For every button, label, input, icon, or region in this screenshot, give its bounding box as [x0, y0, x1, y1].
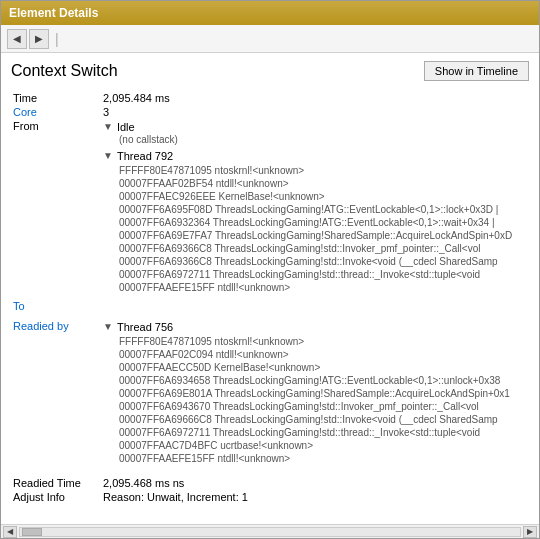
scroll-track[interactable] [19, 527, 521, 537]
horizontal-scrollbar: ◀ ▶ [1, 524, 539, 538]
show-timeline-button[interactable]: Show in Timeline [424, 61, 529, 81]
time-row: Time 2,095.484 ms [11, 91, 529, 105]
stack-entry-4: 00007FF6A695F08D ThreadsLockingGaming!AT… [119, 203, 527, 216]
rb-stack-entry-4: 00007FF6A6934658 ThreadsLockingGaming!AT… [119, 374, 527, 387]
main-scroll-area: Context Switch Show in Timeline Time 2,0… [1, 53, 539, 524]
from-value: ▼ Idle (no callstack) ▼ Thread 792 [101, 119, 529, 299]
thread756-stack: FFFFF80E47871095 ntoskrnl!<unknown> 0000… [119, 335, 527, 465]
from-label: From [11, 119, 101, 299]
title-bar: Element Details [1, 1, 539, 25]
adjust-info-label: Adjust Info [11, 490, 101, 504]
to-thread-header: ▼ Thread 792 [103, 149, 527, 163]
thread792-stack: FFFFF80E47871095 ntoskrnl!<unknown> 0000… [119, 164, 527, 294]
stack-entry-8: 00007FF6A69366C8 ThreadsLockingGaming!st… [119, 255, 527, 268]
toolbar: ◀ ▶ | [1, 25, 539, 53]
forward-icon: ▶ [35, 33, 43, 44]
stack-entry-6: 00007FF6A69E7FA7 ThreadsLockingGaming!Sh… [119, 229, 527, 242]
stack-entry-3: 00007FFAEC926EEE KernelBase!<unknown> [119, 190, 527, 203]
rb-stack-entry-7: 00007FF6A69666C8 ThreadsLockingGaming!st… [119, 413, 527, 426]
readied-by-link[interactable]: Readied by [13, 320, 69, 332]
rb-stack-entry-2: 00007FFAAF02C094 ntdll!<unknown> [119, 348, 527, 361]
stack-entry-7: 00007FF6A69366C8 ThreadsLockingGaming!st… [119, 242, 527, 255]
page-title-text: Context Switch [11, 62, 118, 80]
main-window: Element Details ◀ ▶ | Context Switch Sho… [0, 0, 540, 539]
forward-button[interactable]: ▶ [29, 29, 49, 49]
readied-time-row: Readied Time 2,095.468 ms ns [11, 476, 529, 490]
detail-table: Time 2,095.484 ms Core 3 From [11, 91, 529, 504]
rb-stack-entry-8: 00007FF6A6972711 ThreadsLockingGaming!st… [119, 426, 527, 439]
stack-entry-1: FFFFF80E47871095 ntoskrnl!<unknown> [119, 164, 527, 177]
stack-entry-10: 00007FFAAEFE15FF ntdll!<unknown> [119, 281, 527, 294]
scroll-thumb[interactable] [22, 528, 42, 536]
rb-stack-entry-10: 00007FFAAEFE15FF ntdll!<unknown> [119, 452, 527, 465]
toolbar-separator: | [55, 31, 59, 47]
readied-by-thread-section: ▼ Thread 756 FFFFF80E47871095 ntoskrnl!<… [103, 320, 527, 465]
from-row: From ▼ Idle (no callstack) ▼ [11, 119, 529, 299]
idle-label: Idle [117, 121, 135, 133]
stack-entry-5: 00007FF6A6932364 ThreadsLockingGaming!AT… [119, 216, 527, 229]
thread756-name: Thread 756 [117, 321, 173, 333]
scroll-right-button[interactable]: ▶ [523, 526, 537, 538]
core-link[interactable]: Core [13, 106, 37, 118]
from-idle-section: ▼ Idle (no callstack) [103, 120, 527, 145]
idle-callstack: (no callstack) [119, 134, 527, 145]
readied-by-row: Readied by ▼ Thread 756 FFFFF80E47871095… [11, 319, 529, 470]
scroll-left-button[interactable]: ◀ [3, 526, 17, 538]
to-thread-section: ▼ Thread 792 FFFFF80E47871095 ntoskrnl!<… [103, 149, 527, 294]
page-header: Context Switch Show in Timeline [11, 61, 529, 81]
to-link[interactable]: To [13, 300, 25, 312]
back-button[interactable]: ◀ [7, 29, 27, 49]
core-row: Core 3 [11, 105, 529, 119]
time-label: Time [11, 91, 101, 105]
core-value: 3 [101, 105, 529, 119]
rb-stack-entry-5: 00007FF6A69E801A ThreadsLockingGaming!Sh… [119, 387, 527, 400]
time-value: 2,095.484 ms [101, 91, 529, 105]
to-label-cell: To [11, 299, 101, 313]
readied-time-value: 2,095.468 ms ns [101, 476, 529, 490]
rb-stack-entry-3: 00007FFAAECC50D KernelBase!<unknown> [119, 361, 527, 374]
to-label-row: To [11, 299, 529, 313]
adjust-info-value: Reason: Unwait, Increment: 1 [101, 490, 529, 504]
stack-entry-2: 00007FFAAF02BF54 ntdll!<unknown> [119, 177, 527, 190]
readied-by-label-cell: Readied by [11, 319, 101, 470]
thread792-toggle[interactable]: ▼ [103, 149, 113, 163]
rb-stack-entry-6: 00007FF6A6943670 ThreadsLockingGaming!st… [119, 400, 527, 413]
readied-by-value: ▼ Thread 756 FFFFF80E47871095 ntoskrnl!<… [101, 319, 529, 470]
window-title: Element Details [9, 6, 98, 20]
idle-toggle[interactable]: ▼ [103, 120, 113, 134]
readied-by-thread-header: ▼ Thread 756 [103, 320, 527, 334]
core-label: Core [11, 105, 101, 119]
content-area: Context Switch Show in Timeline Time 2,0… [1, 53, 539, 538]
stack-entry-9: 00007FF6A6972711 ThreadsLockingGaming!st… [119, 268, 527, 281]
thread792-name: Thread 792 [117, 150, 173, 162]
adjust-info-row: Adjust Info Reason: Unwait, Increment: 1 [11, 490, 529, 504]
readied-time-label: Readied Time [11, 476, 101, 490]
back-icon: ◀ [13, 33, 21, 44]
rb-stack-entry-9: 00007FFAAC7D4BFC ucrtbase!<unknown> [119, 439, 527, 452]
rb-stack-entry-1: FFFFF80E47871095 ntoskrnl!<unknown> [119, 335, 527, 348]
from-idle-header: ▼ Idle [103, 120, 527, 134]
thread756-toggle[interactable]: ▼ [103, 320, 113, 334]
